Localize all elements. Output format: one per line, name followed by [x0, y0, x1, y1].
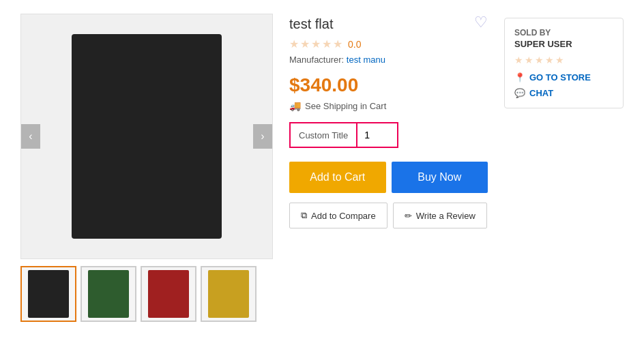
sold-by-panel: SOLD BY SUPER USER ★ ★ ★ ★ ★ 📍 GO TO STO…	[504, 18, 624, 108]
thumbnail-item[interactable]	[201, 266, 257, 322]
write-review-label: Write a Review	[416, 211, 475, 221]
shipping-row: 🚚 See Shipping in Cart	[289, 100, 488, 111]
secondary-actions: Add to Compare Write a Review	[289, 203, 488, 228]
custom-option-label: Custom Title	[289, 122, 357, 148]
chat-link[interactable]: 💬 CHAT	[514, 88, 613, 98]
manufacturer-label: Manufacturer:	[289, 55, 344, 65]
product-price: $340.00	[289, 74, 488, 96]
gallery-next-button[interactable]: ›	[253, 124, 272, 149]
seller-star-3: ★	[535, 55, 544, 65]
add-to-cart-row: Add to Cart Buy Now	[289, 162, 488, 193]
seller-name: SUPER USER	[514, 39, 613, 49]
go-to-store-link[interactable]: 📍 GO TO STORE	[514, 72, 613, 83]
location-icon: 📍	[514, 72, 525, 83]
chat-label: CHAT	[529, 88, 553, 98]
thumbnail-list	[20, 266, 273, 322]
gallery-prev-button[interactable]: ‹	[21, 124, 40, 149]
star-4: ★	[322, 38, 332, 50]
star-1: ★	[289, 38, 299, 50]
add-compare-label: Add to Compare	[311, 211, 376, 221]
custom-option-input[interactable]	[357, 122, 398, 148]
shipping-text: See Shipping in Cart	[305, 101, 386, 111]
product-title: test flat	[289, 16, 488, 32]
chat-icon: 💬	[514, 88, 525, 98]
compare-icon	[301, 210, 307, 221]
add-compare-button[interactable]: Add to Compare	[289, 203, 387, 228]
star-2: ★	[300, 38, 310, 50]
main-image-container: ‹ ›	[20, 14, 273, 259]
thumbnail-item[interactable]	[20, 266, 76, 322]
manufacturer-row: Manufacturer: test manu	[289, 55, 488, 65]
add-to-cart-button[interactable]: Add to Cart	[289, 162, 386, 193]
seller-star-rating: ★ ★ ★ ★ ★	[514, 55, 613, 65]
wishlist-button[interactable]: ♡	[474, 14, 488, 31]
pencil-icon	[405, 211, 412, 221]
sold-by-label: SOLD BY	[514, 28, 613, 38]
go-to-store-label: GO TO STORE	[529, 72, 591, 83]
thumbnail-image-red	[148, 270, 189, 318]
thumbnail-item[interactable]	[141, 266, 196, 322]
seller-star-1: ★	[514, 55, 523, 65]
seller-star-5: ★	[555, 55, 564, 65]
seller-star-4: ★	[545, 55, 554, 65]
main-product-image	[72, 34, 222, 239]
star-3: ★	[311, 38, 321, 50]
manufacturer-link[interactable]: test manu	[347, 55, 385, 65]
star-5: ★	[333, 38, 342, 50]
truck-icon: 🚚	[289, 100, 301, 111]
thumbnail-item[interactable]	[80, 266, 136, 322]
product-details: ♡ test flat ★ ★ ★ ★ ★ 0.0 Manufacturer: …	[289, 14, 488, 322]
rating-row: ★ ★ ★ ★ ★ 0.0	[289, 38, 488, 50]
star-rating: ★ ★ ★ ★ ★	[289, 38, 342, 50]
rating-number: 0.0	[348, 39, 361, 50]
custom-option-row: Custom Title	[289, 122, 488, 148]
thumbnail-image-black	[28, 270, 69, 318]
write-review-button[interactable]: Write a Review	[393, 203, 487, 228]
product-gallery: ‹ ›	[20, 14, 273, 322]
buy-now-button[interactable]: Buy Now	[392, 162, 488, 193]
thumbnail-image-yellow	[208, 270, 249, 318]
seller-star-2: ★	[525, 55, 533, 65]
thumbnail-image-green	[88, 270, 129, 318]
